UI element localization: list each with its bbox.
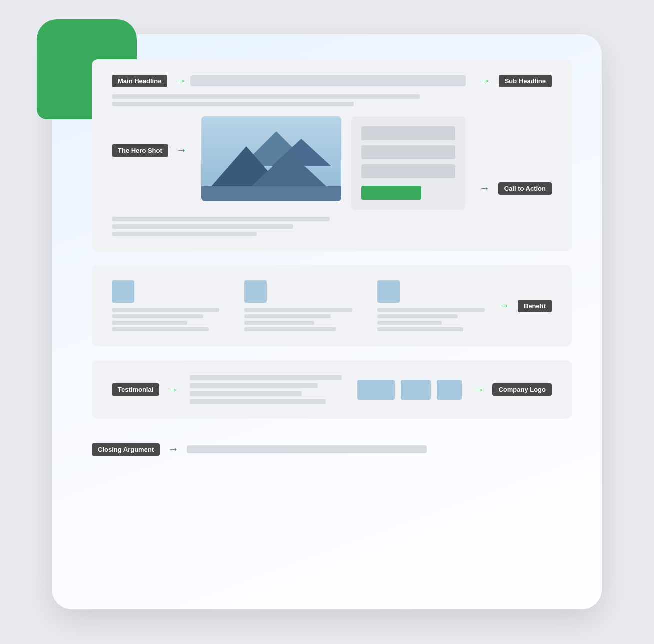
- cta-button-visual: [362, 186, 422, 200]
- main-headline-label: Main Headline: [112, 75, 168, 88]
- benefit-col-1: [112, 280, 220, 332]
- hero-image: [202, 116, 342, 202]
- benefit-bar-2-1: [244, 308, 352, 312]
- hero-form-area: [352, 116, 466, 210]
- main-card: Main Headline → → Sub Headline: [52, 34, 602, 610]
- logo-box-3: [437, 380, 462, 400]
- call-to-action-label: Call to Action: [498, 182, 552, 195]
- benefit-bar-3-2: [378, 314, 458, 318]
- benefit-icon-1: [112, 280, 134, 303]
- sub-headline-label: Sub Headline: [499, 75, 552, 88]
- closing-arrow: →: [168, 443, 179, 456]
- benefit-bar-1-2: [112, 314, 204, 318]
- benefit-bar-1-1: [112, 308, 220, 312]
- form-bar-1: [362, 126, 456, 140]
- benefit-icon-3: [378, 280, 400, 303]
- closing-section: Closing Argument →: [92, 433, 572, 456]
- benefit-bar-3-4: [378, 328, 464, 332]
- benefit-bar-2-4: [244, 328, 336, 332]
- main-headline-bar: [190, 76, 466, 86]
- testimonial-bar-2: [190, 384, 318, 388]
- benefit-bars-1: [112, 308, 220, 332]
- hero-shot-label: The Hero Shot: [112, 144, 168, 157]
- form-bar-2: [362, 146, 456, 160]
- caption-bar-2: [112, 224, 294, 229]
- benefit-bars-3: [378, 308, 485, 332]
- benefit-bar-1-4: [112, 328, 209, 332]
- testimonial-bar-3: [190, 392, 302, 396]
- layout-container: Main Headline → → Sub Headline: [92, 60, 572, 456]
- mountain-svg: [202, 116, 342, 202]
- testimonial-bar-4: [190, 400, 326, 404]
- main-headline-arrow: →: [176, 74, 186, 88]
- benefit-arrow: →: [499, 300, 510, 312]
- benefit-label: Benefit: [518, 300, 552, 312]
- cta-arrow: →: [480, 182, 490, 195]
- benefit-bar-1-3: [112, 321, 188, 325]
- hero-section: Main Headline → → Sub Headline: [92, 60, 572, 252]
- logo-box-2: [401, 380, 431, 400]
- closing-bar: [187, 446, 427, 454]
- benefit-bar-3-1: [378, 308, 485, 312]
- benefit-icon-2: [244, 280, 267, 303]
- caption-bar-1: [112, 217, 330, 222]
- hero-shot-arrow: →: [176, 144, 188, 157]
- closing-argument-label: Closing Argument: [92, 444, 160, 456]
- testimonial-bar-1: [190, 376, 342, 380]
- testimonial-arrow: →: [168, 384, 178, 396]
- benefit-col-2: [244, 280, 352, 332]
- benefit-bar-2-3: [244, 321, 314, 325]
- form-bar-3: [362, 164, 456, 178]
- caption-bar-3: [112, 232, 257, 236]
- benefits-section: → Benefit: [92, 266, 572, 346]
- testimonial-section: Testimonial → →: [92, 360, 572, 419]
- sub-headline-arrow: →: [480, 74, 491, 88]
- svg-rect-5: [202, 186, 342, 202]
- sub-bar-1: [112, 94, 420, 99]
- testimonial-label: Testimonial: [112, 384, 160, 396]
- benefit-col-3: [378, 280, 485, 332]
- benefit-bar-3-3: [378, 321, 442, 325]
- logo-box-1: [358, 380, 395, 400]
- sub-bar-2: [112, 102, 354, 106]
- company-logo-arrow: →: [474, 384, 484, 396]
- benefit-bars-2: [244, 308, 352, 332]
- benefit-bar-2-2: [244, 314, 330, 318]
- company-logo-label: Company Logo: [492, 384, 552, 396]
